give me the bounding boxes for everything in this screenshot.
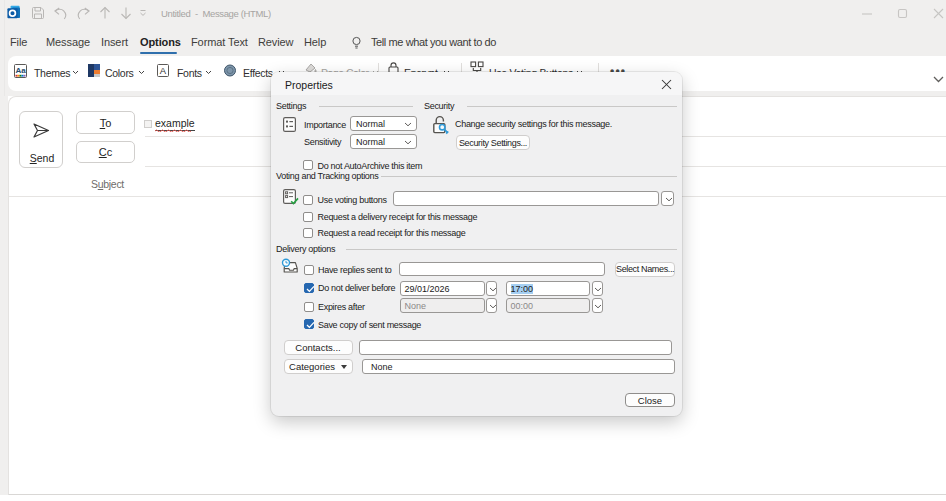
svg-text:A: A [160, 65, 167, 76]
svg-text:Aa: Aa [15, 66, 26, 75]
